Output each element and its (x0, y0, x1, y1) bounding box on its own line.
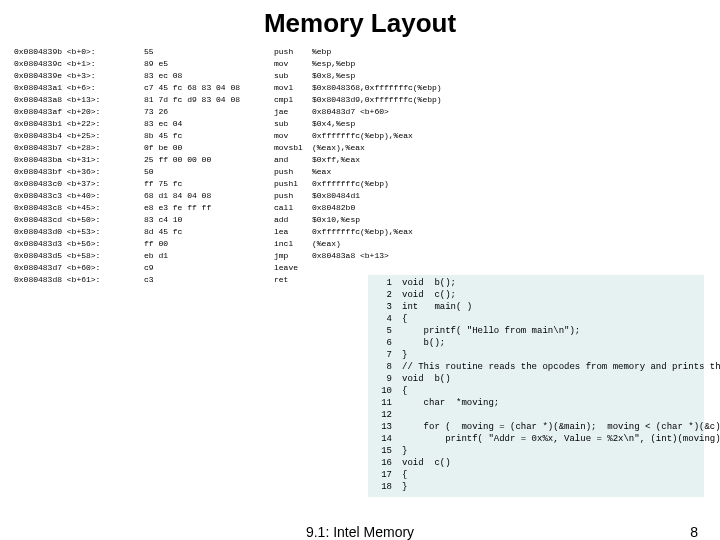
asm-cell: 0x80483d7 <b+60> (312, 106, 522, 118)
footer-caption: 9.1: Intel Memory (0, 524, 720, 540)
page-title: Memory Layout (0, 8, 720, 39)
asm-cell: $0x8,%esp (312, 70, 522, 82)
asm-cell: lea (274, 226, 312, 238)
asm-cell: 0x080483b7 <b+28>: (14, 142, 144, 154)
src-line-number: 9 (372, 373, 392, 385)
asm-cell: 0x080483ba <b+31>: (14, 154, 144, 166)
asm-row: 0x0804839c <b+1>:89 e5mov%esp,%ebp (14, 58, 522, 70)
asm-cell: mov (274, 58, 312, 70)
asm-cell: movl (274, 82, 312, 94)
asm-cell: 25 ff 00 00 00 (144, 154, 274, 166)
src-line: 16void c() (372, 457, 700, 469)
asm-row: 0x080483b1 <b+22>:83 ec 04sub$0x4,%esp (14, 118, 522, 130)
src-line: 1void b(); (372, 277, 700, 289)
asm-cell: 0x80482b0 (312, 202, 522, 214)
src-line: 14 printf( "Addr = 0x%x, Value = %2x\n",… (372, 433, 700, 445)
src-line-text: { (402, 386, 407, 396)
asm-cell: mov (274, 130, 312, 142)
src-line: 11 char *moving; (372, 397, 700, 409)
asm-cell: %eax (312, 166, 522, 178)
asm-row: 0x080483c3 <b+40>:68 d1 84 04 08push$0x8… (14, 190, 522, 202)
asm-cell: leave (274, 262, 312, 274)
asm-cell: 68 d1 84 04 08 (144, 190, 274, 202)
asm-cell: 0x080483d7 <b+60>: (14, 262, 144, 274)
asm-row: 0x080483d3 <b+56>:ff 00incl(%eax) (14, 238, 522, 250)
asm-cell: pushl (274, 178, 312, 190)
src-line-number: 14 (372, 433, 392, 445)
src-line: 8// This routine reads the opcodes from … (372, 361, 700, 373)
asm-cell: and (274, 154, 312, 166)
asm-cell: 0x080483c0 <b+37>: (14, 178, 144, 190)
asm-cell: $0x4,%esp (312, 118, 522, 130)
src-line-number: 2 (372, 289, 392, 301)
src-line: 4{ (372, 313, 700, 325)
asm-cell: push (274, 46, 312, 58)
asm-row: 0x080483ba <b+31>:25 ff 00 00 00and$0xff… (14, 154, 522, 166)
asm-cell: $0x80484d1 (312, 190, 522, 202)
src-line-number: 8 (372, 361, 392, 373)
asm-row: 0x080483b4 <b+25>:8b 45 fcmov0xfffffffc(… (14, 130, 522, 142)
asm-cell: add (274, 214, 312, 226)
asm-row: 0x0804839e <b+3>:83 ec 08sub$0x8,%esp (14, 70, 522, 82)
assembly-listing: 0x0804839b <b+0>:55push%ebp0x0804839c <b… (14, 46, 522, 286)
src-line: 9void b() (372, 373, 700, 385)
asm-cell: ff 00 (144, 238, 274, 250)
src-line: 5 printf( "Hello from main\n"); (372, 325, 700, 337)
src-line-number: 5 (372, 325, 392, 337)
asm-cell: sub (274, 118, 312, 130)
src-line-text: { (402, 314, 407, 324)
asm-row: 0x080483cd <b+50>:83 c4 10add$0x10,%esp (14, 214, 522, 226)
asm-cell: call (274, 202, 312, 214)
asm-row: 0x080483b7 <b+28>:0f be 00movsbl(%eax),%… (14, 142, 522, 154)
asm-cell: 8b 45 fc (144, 130, 274, 142)
asm-cell: 0x080483d8 <b+61>: (14, 274, 144, 286)
asm-row: 0x080483af <b+20>:73 26jae0x80483d7 <b+6… (14, 106, 522, 118)
src-line-number: 6 (372, 337, 392, 349)
asm-cell: cmpl (274, 94, 312, 106)
src-line-text: void b() (402, 374, 451, 384)
src-line-number: 15 (372, 445, 392, 457)
src-line-text: char *moving; (402, 398, 499, 408)
asm-row: 0x0804839b <b+0>:55push%ebp (14, 46, 522, 58)
asm-cell: $0xff,%eax (312, 154, 522, 166)
src-line-text: void c() (402, 458, 451, 468)
src-line-number: 1 (372, 277, 392, 289)
asm-cell: 0x080483bf <b+36>: (14, 166, 144, 178)
src-line-number: 10 (372, 385, 392, 397)
asm-cell: ff 75 fc (144, 178, 274, 190)
asm-cell: (%eax) (312, 238, 522, 250)
src-line-number: 12 (372, 409, 392, 421)
src-line-number: 13 (372, 421, 392, 433)
src-line: 17{ (372, 469, 700, 481)
asm-row: 0x080483c8 <b+45>:e8 e3 fe ff ffcall0x80… (14, 202, 522, 214)
src-line: 10{ (372, 385, 700, 397)
asm-cell: push (274, 166, 312, 178)
asm-cell: 0f be 00 (144, 142, 274, 154)
asm-cell: 0x080483af <b+20>: (14, 106, 144, 118)
asm-cell: e8 e3 fe ff ff (144, 202, 274, 214)
asm-cell: 55 (144, 46, 274, 58)
asm-cell: incl (274, 238, 312, 250)
src-line-text: { (402, 470, 407, 480)
asm-cell: ret (274, 274, 312, 286)
src-line: 15} (372, 445, 700, 457)
asm-cell: push (274, 190, 312, 202)
asm-row: 0x080483bf <b+36>:50push%eax (14, 166, 522, 178)
src-line-number: 11 (372, 397, 392, 409)
asm-row: 0x080483d5 <b+58>:eb d1jmp0x80483a8 <b+1… (14, 250, 522, 262)
src-line-text: void c(); (402, 290, 456, 300)
src-line-text: b(); (402, 338, 445, 348)
asm-cell: 0x080483d5 <b+58>: (14, 250, 144, 262)
asm-cell: c7 45 fc 68 83 04 08 (144, 82, 274, 94)
source-code-listing: 1void b();2void c();3int main( )4{5 prin… (368, 275, 704, 497)
asm-cell: 83 c4 10 (144, 214, 274, 226)
src-line-number: 4 (372, 313, 392, 325)
src-line: 7} (372, 349, 700, 361)
asm-cell: eb d1 (144, 250, 274, 262)
asm-row: 0x080483a8 <b+13>:81 7d fc d9 83 04 08cm… (14, 94, 522, 106)
asm-cell: 0x80483a8 <b+13> (312, 250, 522, 262)
src-line-text: printf( "Hello from main\n"); (402, 326, 580, 336)
asm-cell: 0x0804839c <b+1>: (14, 58, 144, 70)
asm-cell: 50 (144, 166, 274, 178)
asm-cell: 0x080483d0 <b+53>: (14, 226, 144, 238)
